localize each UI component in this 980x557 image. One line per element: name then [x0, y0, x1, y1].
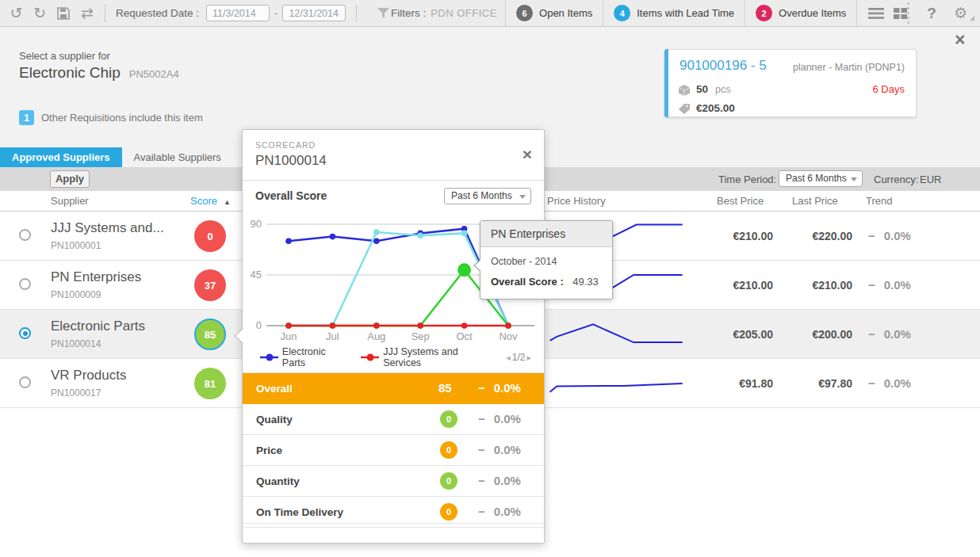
chart-point[interactable] — [505, 322, 511, 329]
requisition-note-text: Other Requisitions include this item — [41, 112, 203, 124]
order-price: €205.00 — [696, 102, 735, 114]
order-card: 901000196 - 5 planner - Martin (PDNP1) 5… — [664, 49, 917, 117]
metric-label: Price — [256, 444, 282, 456]
chart-point[interactable] — [330, 234, 336, 240]
apply-button[interactable]: Apply — [50, 170, 90, 188]
filters-value[interactable]: PDN OFFICE — [431, 7, 497, 19]
metric-value-badge: 0 — [440, 503, 457, 521]
metric-row[interactable]: Quantity 0 −0.0% — [243, 466, 544, 497]
tab-available-suppliers[interactable]: Available Suppliers — [122, 147, 233, 167]
supplier-score-badge[interactable]: 85 — [194, 319, 226, 350]
supplier-score-badge[interactable]: 0 — [194, 220, 226, 252]
supplier-score-badge[interactable]: 37 — [194, 269, 226, 301]
popup-close-icon[interactable]: × — [523, 146, 532, 162]
date-to-input[interactable] — [282, 5, 346, 21]
chart-point[interactable] — [330, 322, 336, 329]
status-badge[interactable]: 4 Items with Lead Time — [603, 0, 745, 27]
trend-value: −0.0% — [868, 229, 911, 242]
supplier-radio[interactable] — [19, 229, 31, 241]
legend-marker — [361, 353, 379, 362]
chevron-down-icon — [851, 177, 857, 181]
metric-change: −0.0% — [478, 443, 521, 456]
column-score-label: Score — [190, 195, 217, 207]
chart-point[interactable] — [417, 322, 423, 329]
trend-value: −0.0% — [868, 327, 911, 341]
legend-item[interactable]: Electronic Parts — [260, 346, 348, 368]
requisition-count-badge[interactable]: 1 — [19, 110, 34, 125]
metric-row[interactable]: Quality 0 −0.0% — [243, 404, 544, 435]
x-tick-label: Sep — [412, 330, 430, 342]
chart-point[interactable] — [285, 322, 292, 329]
metric-change: −0.0% — [478, 412, 521, 425]
price-history-sparkline — [546, 317, 688, 352]
scorecard-period-select[interactable]: Past 6 Months — [444, 188, 531, 204]
metric-value-badge: 0 — [440, 441, 457, 459]
popup-callout-arrow — [234, 328, 243, 344]
date-range-separator: - — [274, 7, 278, 19]
legend-pager[interactable]: ◂ 1/2 ▸ — [506, 352, 531, 363]
price-history-sparkline — [546, 366, 688, 401]
supplier-score-badge[interactable]: 81 — [194, 368, 226, 399]
grid-view-icon[interactable] — [894, 8, 907, 19]
last-price-value: €200.00 — [781, 328, 852, 341]
supplier-code: PN1000014 — [51, 338, 101, 349]
date-from-input[interactable] — [206, 5, 270, 21]
metric-change: −0.0% — [478, 505, 521, 518]
chart-point[interactable] — [373, 229, 380, 235]
dotted-divider — [907, 2, 909, 24]
chart-point[interactable] — [373, 322, 380, 329]
chart-line-vr-products — [289, 232, 508, 326]
legend-next-icon[interactable]: ▸ — [526, 353, 531, 363]
chart-point[interactable] — [285, 238, 292, 245]
undo-icon[interactable]: ↺ — [9, 3, 24, 24]
scorecard-header: SCORECARD PN1000014 × — [243, 130, 544, 181]
time-period-select[interactable]: Past 6 Months — [779, 170, 863, 187]
tooltip-body: October - 2014 Overall Score : 49.33 — [480, 247, 612, 299]
redo-icon[interactable]: ↻ — [33, 3, 48, 24]
supplier-tabs: Approved Suppliers Available Suppliers — [0, 147, 233, 167]
save-icon[interactable] — [56, 3, 71, 24]
supplier-radio[interactable] — [19, 278, 31, 290]
legend-label: Electronic Parts — [282, 346, 348, 368]
status-badge[interactable]: 2 Overdue Items — [745, 0, 857, 27]
chart-line-electronic-parts — [289, 229, 508, 326]
column-supplier: Supplier — [51, 195, 89, 207]
requisition-note: 1 Other Requisitions include this item — [19, 110, 203, 125]
scorecard-period-value: Past 6 Months — [451, 190, 512, 201]
gear-icon[interactable]: ⚙ — [954, 6, 967, 21]
filter-icon[interactable] — [376, 3, 391, 24]
x-tick-label: Aug — [367, 330, 385, 342]
best-price-value: €205.00 — [702, 328, 773, 341]
chart-point[interactable] — [373, 238, 380, 245]
supplier-radio[interactable] — [19, 376, 31, 388]
metric-row[interactable]: Price 0 −0.0% — [243, 435, 544, 466]
list-view-icon[interactable] — [868, 8, 884, 19]
transfer-icon[interactable]: ⇄ — [79, 3, 94, 24]
column-score-sort[interactable]: Score▲ — [190, 195, 231, 207]
chart-point[interactable] — [461, 231, 468, 237]
chart-highlight-point[interactable] — [457, 263, 471, 277]
close-icon[interactable]: × — [955, 31, 965, 49]
badge-label: Open Items — [539, 7, 592, 19]
metric-value-badge: 0 — [440, 472, 457, 490]
chart-line-pn-enterprises — [289, 270, 508, 326]
chart-point[interactable] — [461, 322, 468, 329]
last-price-value: €210.00 — [781, 279, 852, 292]
chart-point[interactable] — [417, 232, 423, 238]
help-icon[interactable]: ? — [927, 5, 936, 22]
metric-row[interactable]: Overall 85 −0.0% — [243, 373, 544, 404]
overall-score-row: Overall Score Past 6 Months — [243, 181, 544, 210]
tooltip-score-value: 49.33 — [572, 276, 599, 288]
status-badge[interactable]: 6 Open Items — [505, 0, 603, 27]
page-title-row: Electronic Chip PN5002A4 — [19, 64, 179, 82]
supplier-radio[interactable] — [19, 327, 31, 339]
best-price-value: €210.00 — [702, 279, 773, 292]
x-tick-label: Jun — [281, 330, 297, 342]
x-tick-label: Nov — [499, 330, 518, 342]
order-number-link[interactable]: 901000196 - 5 — [679, 58, 767, 74]
legend-prev-icon[interactable]: ◂ — [506, 353, 511, 363]
tooltip-period: October - 2014 — [491, 256, 602, 267]
tab-approved-suppliers[interactable]: Approved Suppliers — [0, 147, 122, 167]
legend-item[interactable]: JJJ Systems and Services — [361, 346, 493, 368]
legend-label: JJJ Systems and Services — [383, 346, 493, 368]
